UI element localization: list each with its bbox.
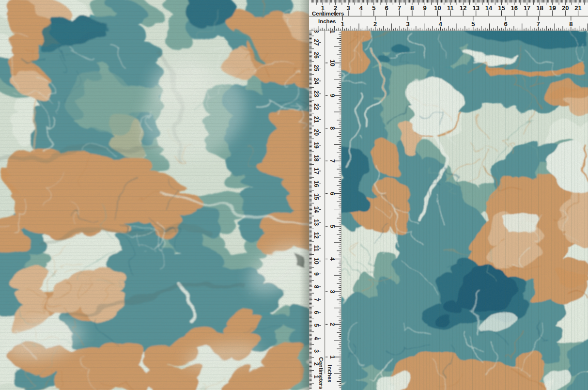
svg-text:4: 4 [439,20,443,28]
svg-text:7: 7 [329,159,336,163]
svg-text:8: 8 [313,285,320,288]
svg-text:27: 27 [313,39,320,46]
svg-text:6: 6 [329,192,336,195]
svg-text:11: 11 [313,245,320,251]
svg-text:3: 3 [346,4,350,12]
svg-text:Inches: Inches [318,18,336,24]
svg-text:1: 1 [341,20,344,28]
svg-text:18: 18 [536,4,543,12]
svg-text:9: 9 [423,4,427,12]
svg-text:14: 14 [313,206,320,213]
svg-text:20: 20 [562,4,569,12]
svg-text:16: 16 [313,181,320,187]
svg-text:Centimeters: Centimeters [318,357,324,389]
svg-text:6: 6 [504,20,507,28]
svg-text:2: 2 [329,323,336,326]
svg-text:Inches: Inches [327,365,333,382]
svg-text:12: 12 [460,4,466,12]
svg-text:20: 20 [313,129,320,136]
svg-text:4: 4 [329,257,336,261]
svg-text:7: 7 [398,4,401,12]
svg-text:24: 24 [313,78,320,84]
svg-text:3: 3 [406,20,409,28]
svg-text:9: 9 [329,94,336,97]
svg-text:4: 4 [359,4,363,12]
svg-text:8: 8 [329,126,336,130]
svg-text:Centimeters: Centimeters [312,11,344,16]
svg-text:14: 14 [485,4,493,12]
svg-text:19: 19 [549,4,556,12]
svg-text:17: 17 [524,4,530,12]
svg-text:25: 25 [313,65,320,72]
svg-text:3: 3 [313,349,320,353]
svg-text:21: 21 [574,4,581,12]
svg-text:22: 22 [313,103,320,110]
svg-text:16: 16 [511,4,518,12]
svg-text:7: 7 [537,20,540,28]
svg-text:19: 19 [313,142,320,149]
svg-text:8: 8 [410,4,414,12]
svg-text:13: 13 [313,219,320,226]
svg-text:13: 13 [472,4,479,12]
svg-text:15: 15 [498,4,505,12]
svg-text:5: 5 [329,225,336,228]
svg-text:9: 9 [313,272,320,276]
svg-text:6: 6 [385,4,388,12]
svg-text:11: 11 [447,4,454,12]
svg-text:5: 5 [471,20,475,28]
svg-text:23: 23 [313,91,320,97]
svg-text:8: 8 [569,20,573,28]
svg-text:7: 7 [313,298,320,301]
svg-text:10: 10 [329,60,336,66]
svg-text:10: 10 [313,258,320,265]
svg-text:12: 12 [313,232,320,239]
svg-text:5: 5 [372,4,375,12]
svg-text:21: 21 [313,116,320,123]
svg-text:2: 2 [373,20,377,28]
svg-text:18: 18 [313,155,320,161]
svg-text:17: 17 [313,168,320,174]
svg-text:26: 26 [313,52,320,59]
svg-text:6: 6 [313,311,320,314]
svg-text:5: 5 [313,324,320,327]
svg-text:4: 4 [313,337,320,340]
svg-text:15: 15 [313,193,320,200]
svg-text:1: 1 [329,355,336,359]
svg-text:10: 10 [434,4,441,12]
svg-text:3: 3 [329,290,336,294]
